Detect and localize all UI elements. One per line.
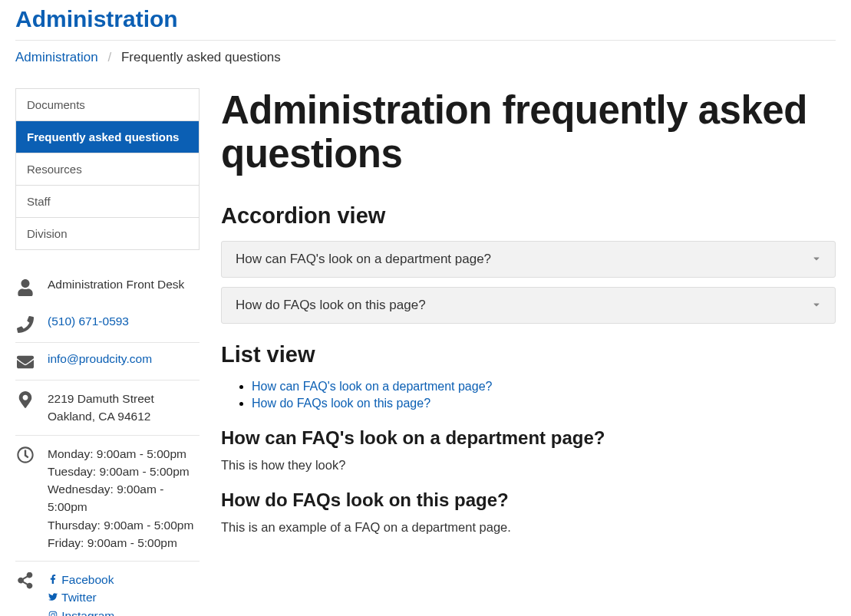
facebook-link[interactable]: Facebook: [48, 571, 200, 588]
main-content: Administration frequently asked question…: [221, 88, 836, 616]
hours-mon: Monday: 9:00am - 5:00pm: [48, 445, 200, 463]
instagram-link[interactable]: Instagram: [48, 607, 200, 617]
contact-block: Administration Front Desk (510) 671-0593…: [15, 268, 200, 616]
faq1-body: This is how they look?: [221, 458, 836, 473]
map-marker-icon: [15, 390, 35, 408]
address-line1: 2219 Damuth Street: [48, 390, 200, 407]
contact-hours-row: Monday: 9:00am - 5:00pm Tuesday: 9:00am …: [15, 435, 200, 562]
envelope-icon: [15, 352, 35, 371]
list-link-1[interactable]: How can FAQ's look on a department page?: [252, 380, 492, 393]
faq2-title: How do FAQs look on this page?: [221, 489, 836, 511]
accordion-label-1: How can FAQ's look on a department page?: [236, 252, 491, 267]
hours-fri: Friday: 9:00am - 5:00pm: [48, 534, 200, 552]
contact-name-text: Administration Front Desk: [48, 278, 200, 292]
site-title-link[interactable]: Administration: [15, 6, 178, 31]
sidebar-link-faq[interactable]: Frequently asked questions: [16, 121, 199, 153]
email-link[interactable]: info@proudcity.com: [48, 352, 152, 365]
twitter-label: Twitter: [61, 591, 97, 604]
sidebar-nav: Documents Frequently asked questions Res…: [15, 88, 200, 250]
list-heading: List view: [221, 342, 836, 367]
hours-wed: Wednesday: 9:00am - 5:00pm: [48, 480, 200, 516]
twitter-link[interactable]: Twitter: [48, 588, 200, 606]
instagram-label: Instagram: [61, 609, 114, 617]
sidebar-item-staff: Staff: [16, 186, 199, 218]
hours-tue: Tuesday: 9:00am - 5:00pm: [48, 463, 200, 480]
accordion-item-2[interactable]: How do FAQs look on this page?: [221, 287, 836, 324]
site-title: Administration: [15, 6, 836, 32]
caret-down-icon: [812, 298, 821, 312]
sidebar-item-documents: Documents: [16, 89, 199, 121]
phone-icon: [15, 315, 35, 333]
phone-link[interactable]: (510) 671-0593: [48, 315, 129, 328]
contact-phone-row: (510) 671-0593: [15, 305, 200, 342]
instagram-icon: [48, 607, 58, 617]
faq1-title: How can FAQ's look on a department page?: [221, 427, 836, 449]
twitter-icon: [48, 588, 58, 606]
contact-email-row: info@proudcity.com: [15, 342, 200, 380]
page-title: Administration frequently asked question…: [221, 88, 836, 176]
sidebar-item-faq: Frequently asked questions: [16, 121, 199, 153]
address-line2: Oakland, CA 94612: [48, 407, 200, 425]
share-icon: [15, 571, 35, 589]
list-link-2[interactable]: How do FAQs look on this page?: [252, 397, 430, 410]
breadcrumb-current: Frequently asked questions: [121, 50, 281, 64]
sidebar: Documents Frequently asked questions Res…: [15, 88, 200, 616]
caret-down-icon: [812, 252, 821, 266]
breadcrumb-root-link[interactable]: Administration: [15, 50, 98, 64]
facebook-icon: [48, 571, 58, 588]
title-separator: [15, 40, 836, 41]
accordion-item-1[interactable]: How can FAQ's look on a department page?: [221, 241, 836, 278]
breadcrumb: Administration / Frequently asked questi…: [15, 50, 836, 65]
accordion-label-2: How do FAQs look on this page?: [236, 298, 426, 313]
facebook-label: Facebook: [61, 573, 114, 586]
sidebar-link-staff[interactable]: Staff: [16, 186, 199, 217]
sidebar-link-division[interactable]: Division: [16, 218, 199, 249]
sidebar-link-resources[interactable]: Resources: [16, 153, 199, 185]
breadcrumb-separator: /: [107, 50, 111, 64]
contact-name-row: Administration Front Desk: [15, 268, 200, 305]
contact-address-row: 2219 Damuth Street Oakland, CA 94612: [15, 380, 200, 435]
sidebar-item-division: Division: [16, 218, 199, 250]
contact-social-row: Facebook Twitter Instagram: [15, 561, 200, 616]
faq2-body: This is an example of a FAQ on a departm…: [221, 520, 836, 535]
list-item: How can FAQ's look on a department page?: [252, 380, 836, 394]
sidebar-link-documents[interactable]: Documents: [16, 89, 199, 120]
faq-list: How can FAQ's look on a department page?…: [221, 380, 836, 410]
clock-icon: [15, 445, 35, 463]
sidebar-item-resources: Resources: [16, 153, 199, 186]
user-icon: [15, 278, 35, 296]
hours-thu: Thursday: 9:00am - 5:00pm: [48, 516, 200, 534]
accordion-heading: Accordion view: [221, 203, 836, 229]
list-item: How do FAQs look on this page?: [252, 397, 836, 410]
